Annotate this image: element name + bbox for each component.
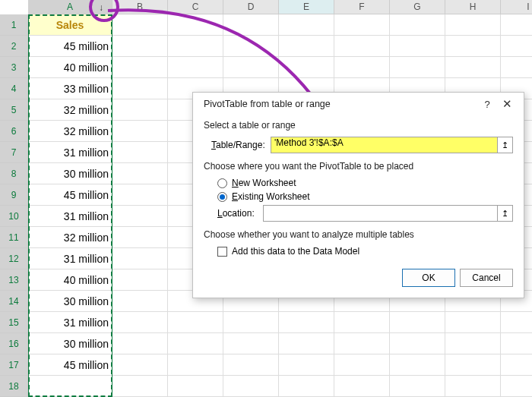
cell-b5[interactable] — [112, 99, 168, 121]
col-header-d[interactable]: D — [223, 0, 279, 14]
cell-e2[interactable] — [279, 36, 334, 57]
cell-a4[interactable]: 33 million — [28, 78, 112, 99]
cell-b8[interactable] — [112, 163, 168, 184]
cell-a16[interactable]: 30 million — [28, 333, 112, 354]
cell-h17[interactable] — [445, 354, 501, 376]
checkbox-data-model[interactable]: Add this data to the Data Model — [217, 246, 513, 257]
cell-a18[interactable] — [28, 376, 112, 397]
cell-h18[interactable] — [445, 376, 501, 397]
cell-b13[interactable] — [112, 269, 168, 291]
cell-e15[interactable] — [279, 312, 334, 333]
col-header-i[interactable]: I — [501, 0, 532, 14]
cell-a12[interactable]: 31 million — [28, 248, 112, 269]
row-header-17[interactable]: 17 — [0, 354, 28, 376]
row-header-15[interactable]: 15 — [0, 312, 28, 333]
row-header-6[interactable]: 6 — [0, 121, 28, 142]
cell-b14[interactable] — [112, 291, 168, 312]
cell-a15[interactable]: 31 million — [28, 312, 112, 333]
cell-e17[interactable] — [279, 354, 334, 376]
cell-d1[interactable] — [223, 14, 279, 36]
col-header-f[interactable]: F — [334, 0, 390, 14]
cell-f3[interactable] — [334, 57, 390, 78]
help-button[interactable]: ? — [478, 99, 496, 110]
cell-c3[interactable] — [168, 57, 223, 78]
cell-a7[interactable]: 31 million — [28, 142, 112, 163]
cell-e3[interactable] — [279, 57, 334, 78]
cell-c2[interactable] — [168, 36, 223, 57]
cell-a14[interactable]: 30 million — [28, 291, 112, 312]
table-range-input[interactable]: 'Method 3'!$A:$A — [271, 137, 498, 153]
cell-e1[interactable] — [279, 14, 334, 36]
cell-d17[interactable] — [223, 354, 279, 376]
cell-c18[interactable] — [168, 376, 223, 397]
cell-c15[interactable] — [168, 312, 223, 333]
cell-f16[interactable] — [334, 333, 390, 354]
cell-b10[interactable] — [112, 206, 168, 227]
row-header-5[interactable]: 5 — [0, 99, 28, 121]
cell-g16[interactable] — [390, 333, 445, 354]
cell-a13[interactable]: 40 million — [28, 269, 112, 291]
row-header-3[interactable]: 3 — [0, 57, 28, 78]
cell-i16[interactable] — [501, 333, 532, 354]
cell-e18[interactable] — [279, 376, 334, 397]
cell-c16[interactable] — [168, 333, 223, 354]
cell-d18[interactable] — [223, 376, 279, 397]
cell-b4[interactable] — [112, 78, 168, 99]
cell-a5[interactable]: 32 million — [28, 99, 112, 121]
row-header-13[interactable]: 13 — [0, 269, 28, 291]
row-header-14[interactable]: 14 — [0, 291, 28, 312]
radio-existing-worksheet[interactable]: Existing Worksheet — [217, 191, 513, 202]
row-header-2[interactable]: 2 — [0, 36, 28, 57]
col-header-c[interactable]: C — [168, 0, 223, 14]
cell-a3[interactable]: 40 million — [28, 57, 112, 78]
dialog-titlebar[interactable]: PivotTable from table or range ? ✕ — [193, 93, 524, 115]
cell-b12[interactable] — [112, 248, 168, 269]
cell-g15[interactable] — [390, 312, 445, 333]
location-input[interactable] — [263, 205, 498, 222]
cell-f18[interactable] — [334, 376, 390, 397]
radio-new-worksheet[interactable]: New Worksheet — [217, 178, 513, 188]
close-button[interactable]: ✕ — [496, 97, 518, 111]
cell-a9[interactable]: 45 million — [28, 184, 112, 206]
cell-f1[interactable] — [334, 14, 390, 36]
cell-e16[interactable] — [279, 333, 334, 354]
cell-a11[interactable]: 32 million — [28, 227, 112, 248]
cell-i2[interactable] — [501, 36, 532, 57]
row-header-12[interactable]: 12 — [0, 248, 28, 269]
cell-f15[interactable] — [334, 312, 390, 333]
ok-button[interactable]: OK — [402, 269, 455, 287]
cell-c1[interactable] — [168, 14, 223, 36]
cell-d15[interactable] — [223, 312, 279, 333]
row-header-8[interactable]: 8 — [0, 163, 28, 184]
cell-h3[interactable] — [445, 57, 501, 78]
cell-i15[interactable] — [501, 312, 532, 333]
col-header-b[interactable]: B — [112, 0, 168, 14]
col-header-g[interactable]: G — [390, 0, 445, 14]
cell-b9[interactable] — [112, 184, 168, 206]
collapse-dialog-button[interactable]: ↥ — [498, 205, 513, 222]
cell-h15[interactable] — [445, 312, 501, 333]
cell-b18[interactable] — [112, 376, 168, 397]
cell-h1[interactable] — [445, 14, 501, 36]
row-header-18[interactable]: 18 — [0, 376, 28, 397]
cell-d2[interactable] — [223, 36, 279, 57]
cell-i1[interactable] — [501, 14, 532, 36]
cell-b17[interactable] — [112, 354, 168, 376]
cell-g18[interactable] — [390, 376, 445, 397]
cell-b1[interactable] — [112, 14, 168, 36]
cell-g3[interactable] — [390, 57, 445, 78]
row-header-7[interactable]: 7 — [0, 142, 28, 163]
cell-a17[interactable]: 45 million — [28, 354, 112, 376]
cell-a6[interactable]: 32 million — [28, 121, 112, 142]
cell-d16[interactable] — [223, 333, 279, 354]
cell-b3[interactable] — [112, 57, 168, 78]
cell-b11[interactable] — [112, 227, 168, 248]
cell-g17[interactable] — [390, 354, 445, 376]
cell-f17[interactable] — [334, 354, 390, 376]
cell-i18[interactable] — [501, 376, 532, 397]
cell-i17[interactable] — [501, 354, 532, 376]
cell-f2[interactable] — [334, 36, 390, 57]
cell-c17[interactable] — [168, 354, 223, 376]
collapse-dialog-button[interactable]: ↥ — [498, 137, 513, 153]
row-header-10[interactable]: 10 — [0, 206, 28, 227]
